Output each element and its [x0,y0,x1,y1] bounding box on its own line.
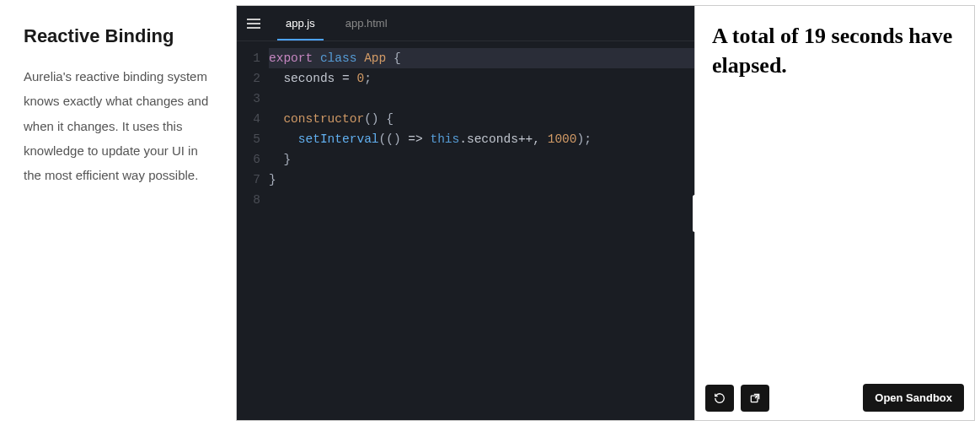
preview-body: A total of 19 seconds have elapsed. [695,6,974,375]
preview-toolbar: Open Sandbox [695,375,974,420]
tab-bar: app.jsapp.html [237,6,694,41]
description-panel: Reactive Binding Aurelia's reactive bind… [0,0,236,426]
svg-rect-0 [247,19,260,20]
svg-rect-2 [247,27,260,29]
open-sandbox-button[interactable]: Open Sandbox [863,384,964,412]
preview-panel: A total of 19 seconds have elapsed. Open… [694,6,974,420]
refresh-button[interactable] [705,385,734,412]
tab-app-html[interactable]: app.html [330,6,403,40]
resize-handle[interactable] [693,195,697,232]
code-area[interactable]: 12345678 export class App { seconds = 0;… [237,41,694,420]
code-editor: app.jsapp.html 12345678 export class App… [237,6,694,420]
section-title: Reactive Binding [24,25,212,47]
sandbox-container: app.jsapp.html 12345678 export class App… [236,5,975,421]
refresh-icon [714,392,726,404]
svg-rect-1 [247,23,260,24]
section-description: Aurelia's reactive binding system knows … [24,64,212,187]
preview-output: A total of 19 seconds have elapsed. [712,21,957,80]
external-link-icon [749,392,761,404]
line-number-gutter: 12345678 [237,48,269,420]
tab-app-js[interactable]: app.js [270,6,330,40]
open-window-button[interactable] [741,385,769,412]
menu-button[interactable] [237,6,270,40]
code-content[interactable]: export class App { seconds = 0; construc… [269,48,694,420]
hamburger-icon [247,18,260,30]
